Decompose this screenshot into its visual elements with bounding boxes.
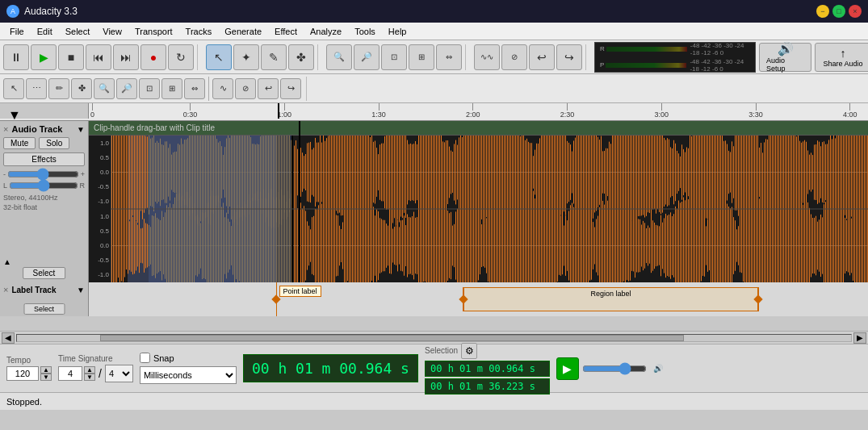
snap-label[interactable]: Snap	[153, 353, 174, 363]
effects-button[interactable]: Effects	[3, 152, 85, 166]
bottom-play-button[interactable]: ▶	[556, 357, 579, 380]
label-track-collapse[interactable]: ▼	[77, 286, 85, 294]
gain-slider[interactable]	[7, 169, 79, 179]
audio-track-collapse-bottom[interactable]: ▲	[3, 257, 11, 266]
tempo-input[interactable]	[6, 366, 39, 381]
selection-gear-button[interactable]: ⚙	[461, 343, 477, 359]
envelope-tool-button[interactable]: ✦	[233, 44, 259, 70]
audio-track-waveform[interactable]: Clip-handle drag-bar with Clip title 1.0…	[89, 121, 868, 282]
menu-file[interactable]: File	[3, 25, 31, 38]
scroll-left-button[interactable]: ◀	[2, 332, 15, 344]
pause-button[interactable]: ⏸	[3, 44, 29, 70]
multi-tool-button[interactable]: ✤	[288, 44, 314, 70]
stop-button[interactable]: ■	[58, 44, 84, 70]
draw-tool-button[interactable]: ✎	[261, 44, 287, 70]
pan-slider[interactable]	[9, 181, 78, 190]
tick-line-1m	[284, 103, 285, 111]
tool-redo2-button[interactable]: ↪	[280, 78, 301, 99]
close-button[interactable]: ×	[849, 5, 862, 18]
time-sig-num-down[interactable]: ▼	[84, 374, 95, 381]
record-button[interactable]: ●	[140, 44, 166, 70]
tool-fitsel-button[interactable]: ⊡	[139, 78, 160, 99]
mute-button[interactable]: Mute	[3, 137, 36, 149]
snap-unit-select[interactable]: Milliseconds	[140, 366, 237, 384]
trim-button[interactable]: ⊘	[501, 44, 527, 70]
tool-undo2-button[interactable]: ↩	[258, 78, 279, 99]
tempo-up-button[interactable]: ▲	[40, 366, 52, 374]
audio-track-header: × Audio Track ▼	[3, 124, 85, 134]
tick-3m: 3:00	[655, 103, 669, 119]
zoom-toggle-button[interactable]: ⇔	[436, 44, 462, 70]
scroll-track[interactable]	[16, 334, 852, 342]
tool-trim2-button[interactable]: ⊘	[235, 78, 256, 99]
menu-select[interactable]: Select	[59, 25, 97, 38]
tempo-spinners[interactable]: ▲ ▼	[40, 366, 52, 381]
clip-title-bar[interactable]: Clip-handle drag-bar with Clip title	[89, 121, 868, 136]
tempo-down-button[interactable]: ▼	[40, 374, 52, 381]
share-audio-button[interactable]: ↑ Share Audio	[815, 43, 868, 72]
skip-end-button[interactable]: ⏭	[113, 44, 139, 70]
solo-button[interactable]: Solo	[39, 137, 69, 149]
time-sig-num-spinners[interactable]: ▲ ▼	[84, 366, 95, 381]
tool-select-button[interactable]: ↖	[3, 78, 24, 99]
menu-generate[interactable]: Generate	[218, 25, 268, 38]
label-track-close[interactable]: ×	[3, 285, 8, 294]
db-label-0-5: 0.5	[100, 154, 109, 161]
menu-effect[interactable]: Effect	[268, 25, 304, 38]
time-sig-den-select[interactable]: 4816	[105, 365, 133, 382]
minimize-button[interactable]: −	[816, 5, 829, 18]
menu-transport[interactable]: Transport	[128, 25, 179, 38]
audio-track-close[interactable]: ×	[3, 124, 8, 134]
label-track-select-button[interactable]: Select	[23, 303, 65, 315]
loop-button[interactable]: ↻	[168, 44, 194, 70]
skip-start-button[interactable]: ⏮	[86, 44, 111, 70]
snap-checkbox-container[interactable]: Snap	[140, 353, 237, 363]
volume-slider[interactable]	[582, 362, 647, 375]
silence-button[interactable]: ∿∿	[474, 44, 500, 70]
scroll-thumb[interactable]	[100, 335, 684, 341]
tool-pencil-button[interactable]: ✏	[48, 78, 69, 99]
select-tool-button[interactable]: ↖	[206, 44, 232, 70]
tool-zoom-button[interactable]: 🔍	[94, 78, 115, 99]
zoom-out-button[interactable]: 🔎	[354, 44, 379, 70]
menu-tracks[interactable]: Tracks	[179, 25, 219, 38]
window-controls[interactable]: − □ ×	[816, 5, 862, 18]
time-sig-group: Time Signature ▲ ▼ / 4816	[58, 354, 133, 382]
snap-checkbox[interactable]	[140, 353, 150, 363]
label-track-waveform[interactable]: Point label Region label	[89, 282, 868, 316]
zoom-in-button[interactable]: 🔍	[326, 44, 352, 70]
tool-silence2-button[interactable]: ∿	[212, 78, 233, 99]
menu-analyze[interactable]: Analyze	[304, 25, 348, 38]
tool-zoomtoggle-button[interactable]: ⇔	[184, 78, 205, 99]
fit-selection-button[interactable]: ⊡	[381, 44, 407, 70]
audio-track-buttons: Mute Solo	[3, 137, 85, 149]
tick-line-4m	[849, 103, 850, 111]
tick-line-30s	[190, 103, 191, 111]
collapse-all-button[interactable]: ▼	[8, 108, 21, 121]
fit-project-button[interactable]: ⊞	[409, 44, 434, 70]
audio-track-select-button[interactable]: Select	[23, 267, 66, 279]
undo-button[interactable]: ↩	[529, 44, 555, 70]
time-sig-num-input[interactable]	[58, 366, 82, 381]
menu-edit[interactable]: Edit	[31, 25, 59, 38]
title-left: A Audacity 3.3	[6, 5, 78, 18]
timeline-ruler[interactable]: ▼ 0 0:30 1:00 1:30 2:00 2:30 3:00 3:30 4…	[0, 103, 868, 121]
menu-view[interactable]: View	[96, 25, 128, 38]
maximize-button[interactable]: □	[832, 5, 845, 18]
tool-envelope-button[interactable]: ⋯	[26, 78, 47, 99]
time-sig-num-up[interactable]: ▲	[84, 366, 95, 374]
audio-track-collapse[interactable]: ▼	[77, 125, 85, 134]
scroll-right-button[interactable]: ▶	[853, 332, 866, 344]
tool-zoomout-button[interactable]: 🔎	[116, 78, 137, 99]
tool-fitproj-button[interactable]: ⊞	[161, 78, 182, 99]
ruler-ticks[interactable]: 0 0:30 1:00 1:30 2:00 2:30 3:00 3:30 4:0…	[89, 103, 868, 119]
point-label-tag[interactable]: Point label	[279, 286, 321, 297]
menu-help[interactable]: Help	[382, 25, 413, 38]
audio-setup-button[interactable]: 🔊 Audio Setup	[759, 43, 811, 72]
tool-multi-button[interactable]: ✤	[71, 78, 92, 99]
redo-button[interactable]: ↪	[556, 44, 582, 70]
menu-tools[interactable]: Tools	[348, 25, 382, 38]
label-region-container[interactable]: Region label	[463, 287, 759, 311]
tick-1m: 1:00	[278, 103, 292, 119]
play-button[interactable]: ▶	[31, 44, 57, 70]
